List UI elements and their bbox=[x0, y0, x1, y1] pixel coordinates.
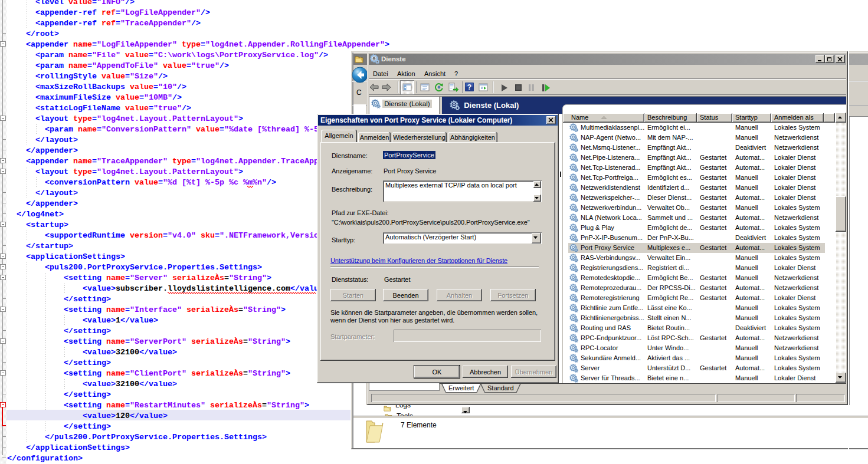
svg-text:?: ? bbox=[467, 83, 471, 91]
